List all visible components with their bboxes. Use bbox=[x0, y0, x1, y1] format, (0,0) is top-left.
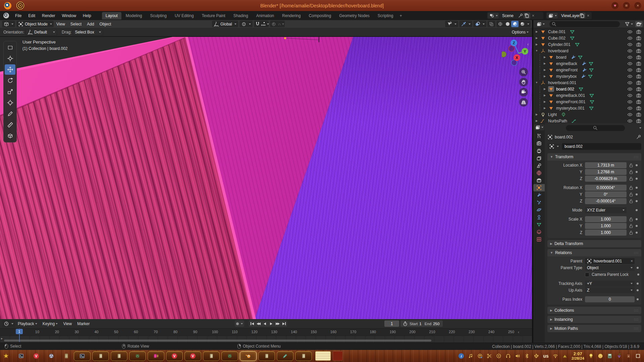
record-icon[interactable] bbox=[236, 322, 239, 325]
shading-options-dropdown[interactable] bbox=[526, 21, 531, 27]
next-keyframe-button[interactable] bbox=[274, 320, 281, 327]
animate-dot[interactable] bbox=[636, 232, 638, 234]
tab-uv-editing[interactable]: UV Editing bbox=[171, 12, 198, 19]
shading-wireframe-button[interactable] bbox=[496, 21, 504, 27]
viewport-menu-select[interactable]: Select bbox=[68, 22, 84, 26]
menu-file[interactable]: File bbox=[12, 12, 25, 19]
tray-update-icon[interactable] bbox=[477, 353, 483, 359]
menu-window[interactable]: Window bbox=[58, 12, 79, 19]
options-dropdown[interactable]: Options bbox=[512, 30, 529, 35]
disable-render-camera-icon[interactable] bbox=[636, 118, 641, 123]
viewport-menu-view[interactable]: View bbox=[54, 22, 68, 26]
disable-render-camera-icon[interactable] bbox=[636, 61, 641, 66]
outliner-row-enginefront-001[interactable]: ▶engineFront.001 bbox=[533, 99, 644, 105]
outliner-display-mode-button[interactable] bbox=[535, 21, 546, 27]
new-collection-button[interactable] bbox=[635, 21, 643, 27]
keyboard-layout-indicator[interactable]: us bbox=[543, 353, 548, 359]
tray-grapes-icon[interactable] bbox=[616, 353, 622, 359]
clock-widget[interactable]: 2:072/28/24 bbox=[572, 352, 584, 361]
view-layer-copy-icon[interactable] bbox=[580, 13, 585, 18]
scene-copy-icon[interactable] bbox=[524, 13, 530, 18]
properties-tab-physics[interactable] bbox=[533, 206, 545, 214]
tab-shading[interactable]: Shading bbox=[230, 12, 252, 19]
disclosure-collapsed-icon[interactable]: ▶ bbox=[535, 113, 539, 116]
animate-dot[interactable] bbox=[636, 200, 638, 202]
tray-smiley-icon[interactable] bbox=[598, 353, 603, 359]
hide-eye-icon[interactable] bbox=[627, 118, 633, 123]
timeline-menu-marker[interactable]: Marker bbox=[74, 321, 92, 326]
tool-box-select-button[interactable] bbox=[5, 42, 15, 53]
disclosure-collapsed-icon[interactable]: ▶ bbox=[543, 62, 547, 65]
tray-dictionary-icon[interactable]: a bbox=[626, 353, 631, 359]
rotation-value-field[interactable]: -0.000014° bbox=[585, 198, 627, 204]
tray-bluetooth-icon[interactable] bbox=[524, 353, 530, 359]
tab-geometry-nodes[interactable]: Geometry Nodes bbox=[335, 12, 373, 19]
disclosure-collapsed-icon[interactable]: ▶ bbox=[535, 119, 539, 122]
mode-dropdown[interactable]: Object Mode bbox=[16, 21, 54, 27]
launcher-menu-star-icon[interactable] bbox=[3, 353, 9, 359]
tray-calculator-icon[interactable] bbox=[607, 353, 612, 359]
hide-eye-icon[interactable] bbox=[627, 106, 633, 111]
tray-usb-icon[interactable] bbox=[534, 353, 539, 359]
hide-eye-icon[interactable] bbox=[627, 36, 633, 41]
tab-animation[interactable]: Animation bbox=[253, 12, 278, 19]
tool-transform-button[interactable] bbox=[5, 98, 15, 108]
outliner-row-nurbspath[interactable]: ▶NurbsPath bbox=[533, 118, 644, 123]
animate-dot[interactable] bbox=[636, 178, 638, 180]
tray-lamp-icon[interactable] bbox=[588, 353, 594, 359]
disclosure-collapsed-icon[interactable]: ▶ bbox=[543, 94, 547, 97]
timeline-editor-type-button[interactable] bbox=[2, 320, 15, 327]
properties-tab-world[interactable] bbox=[533, 169, 545, 177]
launcher-terminal-icon[interactable] bbox=[18, 353, 24, 359]
tab-layout[interactable]: Layout bbox=[102, 12, 121, 19]
scale-value-field[interactable]: 1.000 bbox=[585, 223, 627, 229]
taskbar-button-file[interactable] bbox=[203, 351, 220, 361]
stopwatch-icon[interactable] bbox=[402, 321, 408, 326]
proportional-edit-toggle[interactable] bbox=[270, 21, 277, 27]
disclosure-collapsed-icon[interactable]: ▶ bbox=[543, 100, 547, 103]
disclosure-collapsed-icon[interactable]: ▶ bbox=[543, 107, 547, 110]
outliner-row-board[interactable]: ▶board bbox=[533, 54, 644, 60]
launcher-package-icon[interactable] bbox=[64, 353, 69, 359]
properties-tab-view-layer[interactable] bbox=[533, 155, 545, 162]
tray-headset-icon[interactable] bbox=[505, 353, 511, 359]
camera-view-button[interactable] bbox=[519, 88, 528, 97]
disclosure-collapsed-icon[interactable]: ▶ bbox=[543, 68, 547, 71]
hide-eye-icon[interactable] bbox=[627, 29, 633, 35]
outliner-row-enginefront[interactable]: ▶engineFront bbox=[533, 67, 644, 73]
disable-render-camera-icon[interactable] bbox=[636, 106, 641, 111]
disclosure-collapsed-icon[interactable]: ▶ bbox=[543, 56, 547, 59]
menu-help[interactable]: Help bbox=[79, 12, 95, 19]
lock-icon[interactable] bbox=[628, 231, 634, 235]
disclosure-collapsed-icon[interactable]: ▶ bbox=[543, 87, 547, 90]
taskbar-button-blender-active[interactable] bbox=[240, 351, 257, 361]
properties-tab-output[interactable] bbox=[533, 147, 545, 155]
outliner-row-hoverboard-001[interactable]: ▼hoverboard.001 bbox=[533, 79, 644, 86]
hide-eye-icon[interactable] bbox=[627, 61, 633, 66]
disable-render-camera-icon[interactable] bbox=[636, 48, 641, 54]
properties-tab-tool[interactable] bbox=[533, 132, 545, 140]
tab-scripting[interactable]: Scripting bbox=[374, 12, 397, 19]
taskbar-button-file[interactable] bbox=[295, 351, 312, 361]
tray-info-icon[interactable]: i bbox=[459, 353, 464, 359]
visibility-dropdown[interactable] bbox=[445, 21, 458, 27]
outliner-row-light[interactable]: ▶Light bbox=[533, 111, 644, 118]
transform-orientation-dropdown[interactable]: Global bbox=[212, 21, 238, 27]
editor-type-button[interactable] bbox=[2, 21, 15, 27]
properties-tab-particles[interactable] bbox=[533, 199, 545, 206]
delta-transform-panel-header[interactable]: ▶Delta Transform bbox=[547, 240, 641, 247]
ruler-collapse-arrow[interactable]: ‹ bbox=[518, 330, 519, 335]
animate-dot[interactable] bbox=[637, 274, 639, 276]
animate-dot[interactable] bbox=[636, 193, 638, 195]
launcher-vivaldi-icon[interactable]: V bbox=[34, 353, 39, 359]
outliner-row-board-002[interactable]: ▶board.002 bbox=[533, 86, 644, 92]
taskbar-button-pen[interactable] bbox=[277, 351, 293, 361]
hide-eye-icon[interactable] bbox=[627, 112, 633, 117]
timeline-expand-arrow[interactable]: ▸ bbox=[1, 337, 3, 340]
properties-tab-modifiers[interactable] bbox=[533, 191, 545, 199]
keying-dropdown-icon[interactable] bbox=[241, 323, 243, 324]
drag-mode-dropdown[interactable]: Select Box bbox=[73, 29, 103, 36]
view-layer-remove-icon[interactable]: × bbox=[585, 13, 591, 18]
hide-eye-icon[interactable] bbox=[627, 67, 633, 73]
rotation-mode-dropdown[interactable]: XYZ Euler bbox=[585, 207, 627, 213]
